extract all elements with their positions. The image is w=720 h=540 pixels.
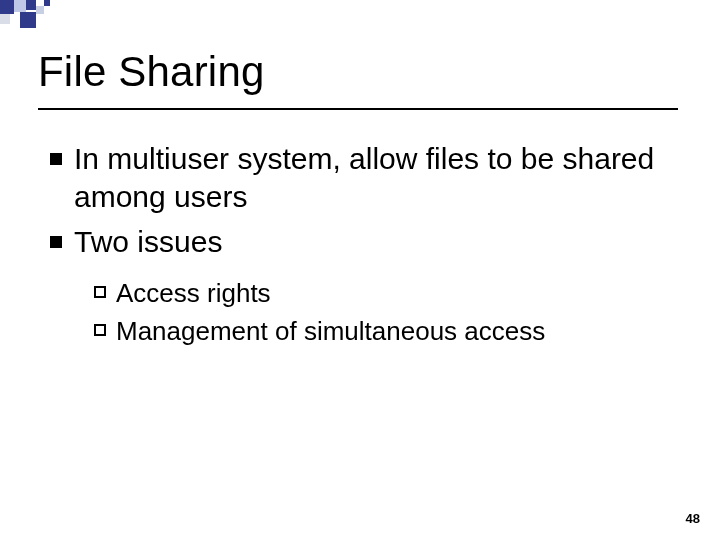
hollow-square-bullet-icon — [94, 286, 106, 298]
deco-square — [26, 0, 36, 10]
slide: File Sharing In multiuser system, allow … — [0, 0, 720, 540]
deco-square — [20, 12, 36, 28]
hollow-square-bullet-icon — [94, 324, 106, 336]
slide-title: File Sharing — [38, 48, 265, 96]
deco-square — [0, 14, 10, 24]
deco-square — [14, 0, 26, 12]
title-underline — [38, 108, 678, 110]
bullet-text: In multiuser system, allow files to be s… — [74, 140, 670, 217]
page-number: 48 — [686, 511, 700, 526]
bullet-text: Two issues — [74, 223, 222, 261]
sub-bullet-item: Access rights — [94, 277, 670, 311]
sub-bullet-text: Management of simultaneous access — [116, 315, 545, 349]
bullet-item: Two issues — [50, 223, 670, 261]
bullet-item: In multiuser system, allow files to be s… — [50, 140, 670, 217]
corner-decoration — [0, 0, 160, 30]
sub-bullet-text: Access rights — [116, 277, 271, 311]
square-bullet-icon — [50, 236, 62, 248]
deco-square — [0, 0, 14, 14]
slide-content: In multiuser system, allow files to be s… — [50, 140, 670, 353]
sub-bullet-item: Management of simultaneous access — [94, 315, 670, 349]
square-bullet-icon — [50, 153, 62, 165]
deco-square — [44, 0, 50, 6]
sub-bullet-group: Access rights Management of simultaneous… — [94, 277, 670, 349]
deco-square — [36, 6, 44, 14]
